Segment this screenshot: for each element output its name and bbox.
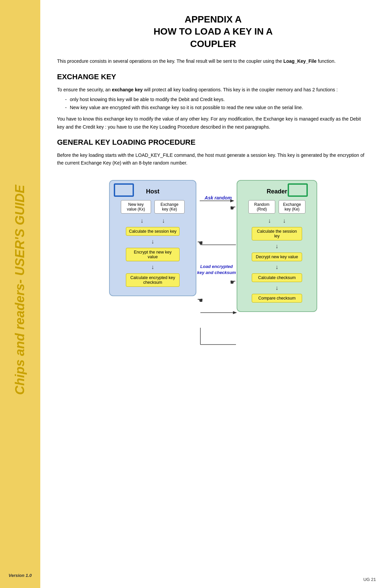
calc-session-box: Calculate the session key (126, 227, 180, 236)
exchange-key-body: To ensure the security, an exchange key … (57, 86, 369, 131)
bullet-2: New key value are encrypted with this ex… (65, 104, 369, 112)
reader-arrow-4: ↓ (276, 285, 279, 291)
hand-right-2: ☛ (230, 278, 236, 286)
diagram-layout: Host New key value (Kx) Exchange key (Ke… (109, 180, 317, 312)
host-input-row: New key value (Kx) Exchange key (Ke) (121, 199, 185, 215)
calc-checksum-box: Calculate encrypted key checksum (126, 273, 180, 287)
arrow-1: ↓ ↓ (140, 218, 165, 224)
host-inner: New key value (Kx) Exchange key (Ke) ↓ ↓… (115, 199, 190, 288)
intro-text: This procedure consists in several opera… (57, 57, 369, 65)
compare-checksum-box: Compare checksum (252, 294, 302, 303)
main-content: APPENDIX A HOW TO LOAD A KEY IN A COUPLE… (40, 0, 386, 588)
reader-calc-checksum-box: Calculate checksum (252, 273, 302, 282)
hand-left-2: ☚ (197, 296, 203, 304)
bullet-1: only host knowing this key will be able … (65, 96, 369, 104)
sidebar: Chips and readers- USER'S GUIDE Version … (0, 0, 40, 588)
diagram-container: Host New key value (Kx) Exchange key (Ke… (109, 180, 317, 312)
load-label: Load encrypted key and checksum (196, 264, 237, 276)
reader-box: Reader Random (Rnd) Exchange key (Ke) ↓ … (237, 180, 317, 312)
reader-calc-session-box: Calculate the session ley (252, 227, 302, 240)
host-label: Host (115, 188, 190, 195)
ask-random-label: Ask random (205, 195, 232, 200)
random-box: Random (Rnd) (248, 200, 275, 214)
reader-exchange-key-box: Exchange key (Ke) (279, 200, 305, 214)
reader-inner: Random (Rnd) Exchange key (Ke) ↓ ↓ Calcu… (243, 199, 311, 305)
general-body: Before the key loading starts with the L… (57, 151, 369, 168)
page-number: UG 21 (363, 577, 376, 582)
host-header-area: Host (115, 186, 190, 199)
reader-header-area: Reader (243, 186, 311, 199)
general-title: GENERAL KEY LOADING PROCEDURE (57, 138, 369, 147)
host-box: Host New key value (Kx) Exchange key (Ke… (109, 180, 196, 296)
exchange-key-title: EXCHANGE KEY (57, 73, 369, 81)
reader-arrow-2: ↓ (276, 243, 279, 250)
middle-connector: Ask random ☛ ☚ Load encrypted key and ch… (196, 180, 237, 304)
new-key-box: New key value (Kx) (121, 200, 151, 214)
hand-left-1: ☚ (197, 239, 203, 247)
exchange-key-box: Exchange key (Ke) (154, 200, 185, 214)
encrypt-new-box: Encrypt the new key value (126, 248, 180, 261)
reader-label: Reader (243, 188, 311, 195)
arrow-2: ↓ (151, 238, 154, 245)
sidebar-title: Chips and readers- USER'S GUIDE (0, 7, 40, 573)
reader-arrow-1: ↓ ↓ (268, 218, 286, 224)
reader-input-row: Random (Rnd) Exchange key (Ke) (248, 199, 305, 215)
reader-arrow-3: ↓ (276, 264, 279, 271)
arrow-3: ↓ (151, 264, 154, 271)
diagram-wrapper: Host New key value (Kx) Exchange key (Ke… (57, 180, 369, 312)
hand-right-1: ☛ (230, 204, 236, 212)
page-title: APPENDIX A HOW TO LOAD A KEY IN A COUPLE… (57, 13, 369, 50)
decrypt-new-box: Decrypt new key value (252, 253, 302, 261)
sidebar-version: Version 1.0 (0, 573, 40, 581)
